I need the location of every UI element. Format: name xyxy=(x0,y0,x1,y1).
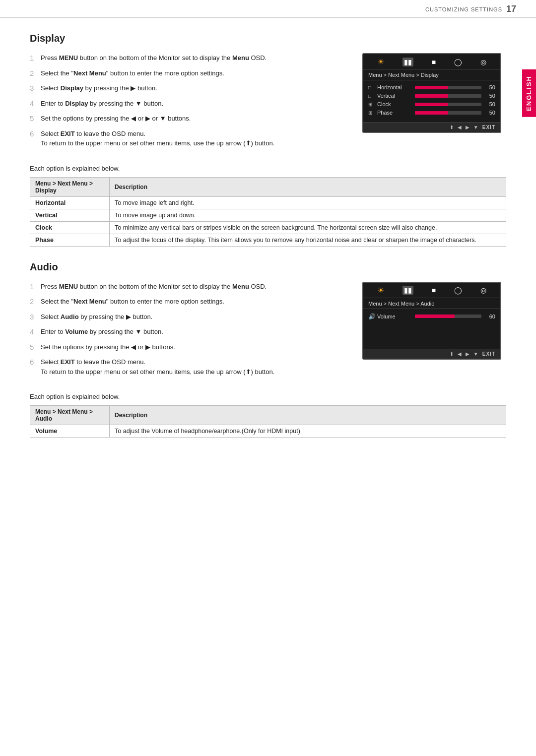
display-step-2: 2 Select the "Next Menu" button to enter… xyxy=(30,68,347,79)
table-row: Clock To minimize any vertical bars or s… xyxy=(30,221,506,234)
step-text-2: Select the "Next Menu" button to enter t… xyxy=(41,68,347,78)
audio-step-2: 2 Select the "Next Menu" button to enter… xyxy=(30,297,347,308)
audio-step-num-5: 5 xyxy=(30,342,41,353)
osd-clock-icon: ⊞ xyxy=(368,102,377,107)
osd-icon-bars: ▮▮ xyxy=(402,58,413,66)
step-text-1: Press MENU button on the bottom of the M… xyxy=(41,53,347,63)
display-osd-column: ☀ ▮▮ ■ ◯ ◎ Menu > Next Menu > Display □ … xyxy=(362,53,506,153)
main-content: Display 1 Press MENU button on the botto… xyxy=(0,18,536,467)
audio-osd-footer-exit: EXIT xyxy=(482,351,495,357)
osd-clock-fill xyxy=(415,103,448,106)
audio-step-text-1: Press MENU button on the bottom of the M… xyxy=(41,282,347,292)
audio-osd-breadcrumb: Menu > Next Menu > Audio xyxy=(363,298,500,309)
audio-step-text-3: Select Audio by pressing the ▶ button. xyxy=(41,312,347,322)
audio-osd-icon-bars: ▮▮ xyxy=(402,286,413,295)
step-text-5: Set the options by pressing the ◀ or ▶ o… xyxy=(41,114,347,124)
audio-step-5: 5 Set the options by pressing the ◀ or ▶… xyxy=(30,342,347,353)
audio-step-text-4: Enter to Volume by pressing the ▼ button… xyxy=(41,327,347,337)
audio-osd-icon-sun: ☀ xyxy=(377,286,384,295)
audio-step-4: 4 Enter to Volume by pressing the ▼ butt… xyxy=(30,327,347,338)
osd-vertical-icon: □ xyxy=(368,93,377,99)
display-osd-breadcrumb: Menu > Next Menu > Display xyxy=(363,69,500,80)
audio-osd-footer-right: ▶ xyxy=(466,351,469,357)
osd-row-clock: ⊞ Clock 50 xyxy=(368,101,495,107)
display-step-3: 3 Select Display by pressing the ▶ butto… xyxy=(30,83,347,94)
page-number: 17 xyxy=(506,4,516,14)
audio-osd-body: 🔊 Volume 60 xyxy=(363,309,500,349)
display-section-title: Display xyxy=(30,33,506,44)
osd-phase-fill xyxy=(415,111,448,115)
step-num-6: 6 xyxy=(30,128,41,140)
header-label: CUSTOMIZING SETTINGS xyxy=(425,6,502,12)
audio-osd-icon-target: ◎ xyxy=(480,286,486,294)
audio-osd-icon-square: ■ xyxy=(432,286,436,294)
step-num-2: 2 xyxy=(30,68,41,79)
audio-section-row: 1 Press MENU button on the bottom of the… xyxy=(30,282,506,381)
step-num-1: 1 xyxy=(30,53,41,64)
osd-clock-value: 50 xyxy=(484,101,495,107)
osd-volume-icon: 🔊 xyxy=(368,313,377,320)
osd-volume-label: Volume xyxy=(377,314,412,319)
display-step-5: 5 Set the options by pressing the ◀ or ▶… xyxy=(30,114,347,125)
english-tab: ENGLISH xyxy=(522,69,536,117)
osd-row-vertical: □ Vertical 50 xyxy=(368,93,495,99)
audio-step-num-1: 1 xyxy=(30,281,41,293)
audio-step-num-6: 6 xyxy=(30,357,41,368)
table-row: Phase To adjust the focus of the display… xyxy=(30,234,506,246)
audio-step-text-5: Set the options by pressing the ◀ or ▶ b… xyxy=(41,342,347,352)
osd-row-volume: 🔊 Volume 60 xyxy=(368,313,495,320)
osd-vertical-value: 50 xyxy=(484,93,495,99)
display-osd-footer: ⬆ ◀ ▶ ▼ EXIT xyxy=(363,122,500,132)
display-table: Menu > Next Menu > Display Description H… xyxy=(30,177,506,247)
osd-vertical-label: Vertical xyxy=(377,93,412,99)
audio-osd-footer: ⬆ ◀ ▶ ▼ EXIT xyxy=(363,349,500,359)
display-table-row4-col1: Phase xyxy=(30,234,110,246)
display-step-4: 4 Enter to Display by pressing the ▼ but… xyxy=(30,99,347,110)
osd-footer-down: ▼ xyxy=(473,125,478,130)
audio-table-row1-col2: To adjust the Volume of headphone/earpho… xyxy=(110,425,506,438)
display-table-row1-col1: Horizontal xyxy=(30,196,110,209)
display-step-1: 1 Press MENU button on the bottom of the… xyxy=(30,53,347,64)
audio-each-option-text: Each option is explained below. xyxy=(30,393,506,400)
osd-icon-circle: ◯ xyxy=(454,58,462,66)
osd-phase-bar xyxy=(415,111,481,115)
osd-horizontal-icon: □ xyxy=(368,85,377,90)
table-row: Horizontal To move image left and right. xyxy=(30,196,506,209)
audio-osd-top-icons: ☀ ▮▮ ■ ◯ ◎ xyxy=(363,283,500,298)
step-text-6: Select EXIT to leave the OSD menu. To re… xyxy=(41,129,347,148)
audio-osd-column: ☀ ▮▮ ■ ◯ ◎ Menu > Next Menu > Audio 🔊 Vo… xyxy=(362,282,506,381)
display-step-6: 6 Select EXIT to leave the OSD menu. To … xyxy=(30,129,347,148)
osd-footer-right: ▶ xyxy=(466,125,469,130)
audio-table-col2-header: Description xyxy=(110,406,506,425)
display-steps-list: 1 Press MENU button on the bottom of the… xyxy=(30,53,347,148)
audio-step-6: 6 Select EXIT to leave the OSD menu. To … xyxy=(30,357,347,377)
display-table-col1-header: Menu > Next Menu > Display xyxy=(30,177,110,196)
display-each-option-text: Each option is explained below. xyxy=(30,165,506,172)
audio-step-1: 1 Press MENU button on the bottom of the… xyxy=(30,282,347,293)
step-num-3: 3 xyxy=(30,83,41,94)
audio-osd-screen: ☀ ▮▮ ■ ◯ ◎ Menu > Next Menu > Audio 🔊 Vo… xyxy=(362,282,501,360)
audio-table: Menu > Next Menu > Audio Description Vol… xyxy=(30,405,506,438)
audio-section-title: Audio xyxy=(30,261,506,273)
osd-volume-value: 60 xyxy=(484,314,495,319)
osd-footer-left: ◀ xyxy=(458,125,462,130)
display-table-row2-col2: To move image up and down. xyxy=(110,209,506,221)
audio-steps-list: 1 Press MENU button on the bottom of the… xyxy=(30,282,347,377)
display-table-row1-col2: To move image left and right. xyxy=(110,196,506,209)
audio-step-num-2: 2 xyxy=(30,296,41,308)
top-bar: CUSTOMIZING SETTINGS 17 xyxy=(0,0,536,18)
display-table-row2-col1: Vertical xyxy=(30,209,110,221)
osd-phase-label: Phase xyxy=(377,110,412,116)
step-text-3: Select Display by pressing the ▶ button. xyxy=(41,83,347,93)
osd-row-horizontal: □ Horizontal 50 xyxy=(368,84,495,90)
display-table-col2-header: Description xyxy=(110,177,506,196)
osd-icon-target: ◎ xyxy=(480,58,486,66)
osd-volume-bar xyxy=(415,315,481,318)
osd-footer-exit: EXIT xyxy=(482,125,495,130)
osd-vertical-bar xyxy=(415,94,481,98)
audio-table-col1-header: Menu > Next Menu > Audio xyxy=(30,406,110,425)
audio-step-num-4: 4 xyxy=(30,326,41,338)
audio-osd-icon-circle: ◯ xyxy=(454,286,462,294)
audio-steps-column: 1 Press MENU button on the bottom of the… xyxy=(30,282,347,381)
osd-vertical-fill xyxy=(415,94,448,98)
